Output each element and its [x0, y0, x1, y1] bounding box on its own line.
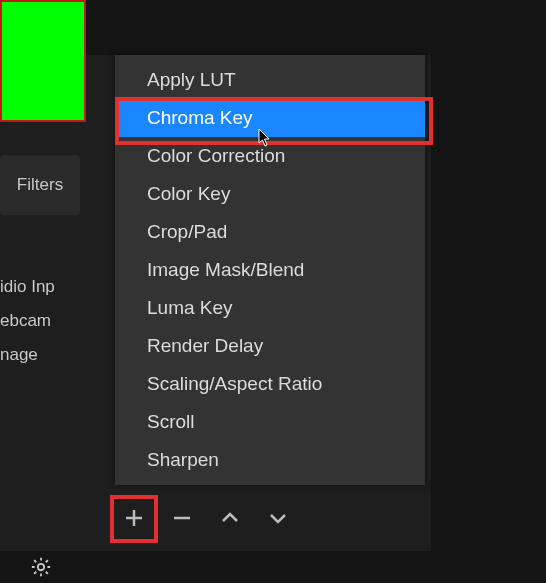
- settings-button[interactable]: [30, 556, 52, 578]
- chevron-down-icon: [268, 508, 288, 528]
- list-item[interactable]: ebcam: [0, 304, 80, 338]
- move-up-button[interactable]: [212, 500, 248, 536]
- filters-button[interactable]: Filters: [0, 155, 80, 215]
- add-filter-button[interactable]: [116, 500, 152, 536]
- chevron-up-icon: [220, 508, 240, 528]
- menu-item-sharpen[interactable]: Sharpen: [115, 441, 425, 479]
- menu-item-luma-key[interactable]: Luma Key: [115, 289, 425, 327]
- right-panel: [431, 0, 546, 583]
- menu-item-color-correction[interactable]: Color Correction: [115, 137, 425, 175]
- remove-filter-button[interactable]: [164, 500, 200, 536]
- menu-item-color-key[interactable]: Color Key: [115, 175, 425, 213]
- svg-point-3: [38, 564, 44, 570]
- plus-icon: [124, 508, 144, 528]
- menu-item-scaling-aspect-ratio[interactable]: Scaling/Aspect Ratio: [115, 365, 425, 403]
- menu-item-image-mask-blend[interactable]: Image Mask/Blend: [115, 251, 425, 289]
- top-panel: [86, 0, 546, 55]
- menu-item-render-delay[interactable]: Render Delay: [115, 327, 425, 365]
- minus-icon: [172, 508, 192, 528]
- sources-list: idio Inp ebcam nage: [0, 270, 80, 372]
- gear-icon: [30, 556, 52, 578]
- menu-item-chroma-key[interactable]: Chroma Key: [115, 99, 425, 137]
- list-item[interactable]: nage: [0, 338, 80, 372]
- preview-thumbnail[interactable]: [0, 0, 86, 122]
- move-down-button[interactable]: [260, 500, 296, 536]
- menu-item-apply-lut[interactable]: Apply LUT: [115, 61, 425, 99]
- filters-label: Filters: [17, 175, 63, 195]
- menu-item-scroll[interactable]: Scroll: [115, 403, 425, 441]
- filter-toolbar: [116, 500, 296, 536]
- status-bar: [0, 551, 546, 583]
- filter-context-menu: Apply LUT Chroma Key Color Correction Co…: [115, 55, 425, 485]
- menu-item-crop-pad[interactable]: Crop/Pad: [115, 213, 425, 251]
- list-item[interactable]: idio Inp: [0, 270, 80, 304]
